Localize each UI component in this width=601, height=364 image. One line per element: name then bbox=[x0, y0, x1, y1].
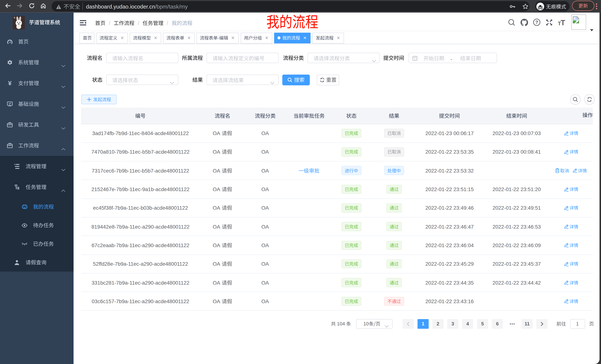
svg-text:¥: ¥ bbox=[8, 80, 11, 86]
svg-text:T: T bbox=[561, 19, 565, 26]
svg-text:?: ? bbox=[535, 20, 538, 25]
